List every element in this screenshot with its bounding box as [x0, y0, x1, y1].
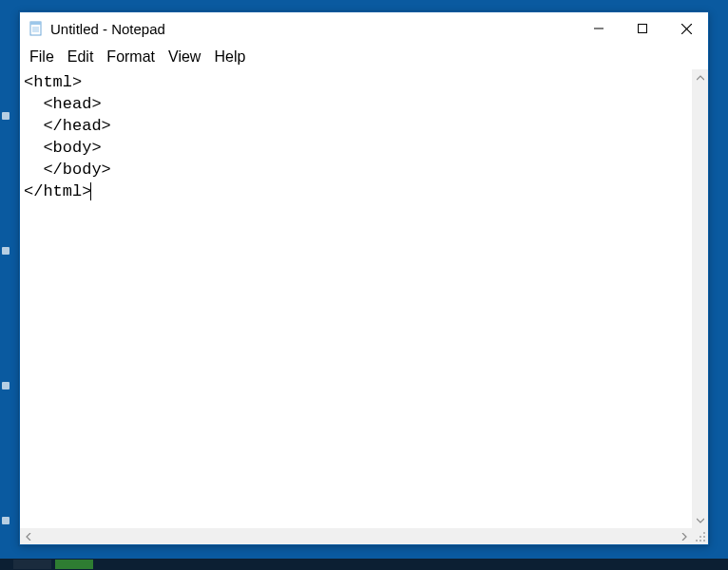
minimize-button[interactable] — [577, 12, 621, 45]
notepad-window: Untitled - Notepad — [19, 11, 709, 545]
scroll-right-button[interactable] — [676, 528, 692, 544]
titlebar[interactable]: Untitled - Notepad — [20, 12, 708, 45]
taskbar-start[interactable] — [13, 560, 51, 569]
resize-grip[interactable] — [692, 528, 708, 544]
taskbar-app[interactable] — [55, 560, 93, 569]
chevron-left-icon — [25, 533, 32, 541]
editor-line: </body> — [24, 159, 686, 180]
menu-help[interactable]: Help — [208, 47, 251, 67]
desktop: Untitled - Notepad — [0, 0, 728, 570]
menu-format[interactable]: Format — [101, 47, 161, 67]
svg-point-12 — [696, 540, 698, 542]
chevron-right-icon — [680, 533, 688, 541]
close-button[interactable] — [664, 12, 708, 45]
desktop-item[interactable] — [2, 112, 10, 120]
resize-grip-icon — [695, 531, 706, 542]
chevron-up-icon — [697, 74, 704, 82]
editor-line: <head> — [24, 93, 686, 115]
editor-line: </head> — [24, 115, 686, 137]
scroll-left-button[interactable] — [20, 528, 36, 544]
scroll-up-button[interactable] — [692, 69, 708, 86]
menubar: File Edit Format View Help — [20, 45, 708, 69]
desktop-item[interactable] — [2, 382, 10, 390]
minimize-icon — [594, 24, 603, 33]
window-controls — [577, 12, 708, 45]
svg-point-13 — [699, 540, 701, 542]
chevron-down-icon — [697, 517, 704, 524]
horizontal-scrollbar[interactable] — [20, 528, 692, 544]
svg-point-11 — [703, 536, 705, 538]
taskbar[interactable] — [0, 559, 728, 570]
menu-view[interactable]: View — [163, 47, 206, 67]
editor-line: <html> — [24, 71, 686, 93]
close-icon — [681, 24, 692, 34]
scroll-down-button[interactable] — [692, 512, 708, 528]
notepad-icon — [28, 20, 45, 37]
menu-edit[interactable]: Edit — [62, 47, 100, 67]
menu-file[interactable]: File — [24, 47, 60, 67]
svg-rect-6 — [639, 25, 647, 33]
desktop-item[interactable] — [2, 247, 10, 255]
vertical-scrollbar[interactable] — [692, 69, 708, 528]
window-title: Untitled - Notepad — [50, 21, 165, 37]
svg-point-9 — [703, 532, 705, 534]
maximize-icon — [638, 24, 647, 33]
svg-point-10 — [699, 536, 701, 538]
editor-line: </html> — [24, 180, 686, 202]
text-editor[interactable]: <html> <head> </head> <body> </body></ht… — [20, 69, 692, 528]
svg-rect-1 — [30, 22, 41, 25]
svg-point-14 — [703, 540, 705, 542]
maximize-button[interactable] — [621, 12, 664, 45]
editor-area: <html> <head> </head> <body> </body></ht… — [20, 69, 708, 544]
desktop-item[interactable] — [2, 517, 10, 524]
editor-line: <body> — [24, 137, 686, 159]
